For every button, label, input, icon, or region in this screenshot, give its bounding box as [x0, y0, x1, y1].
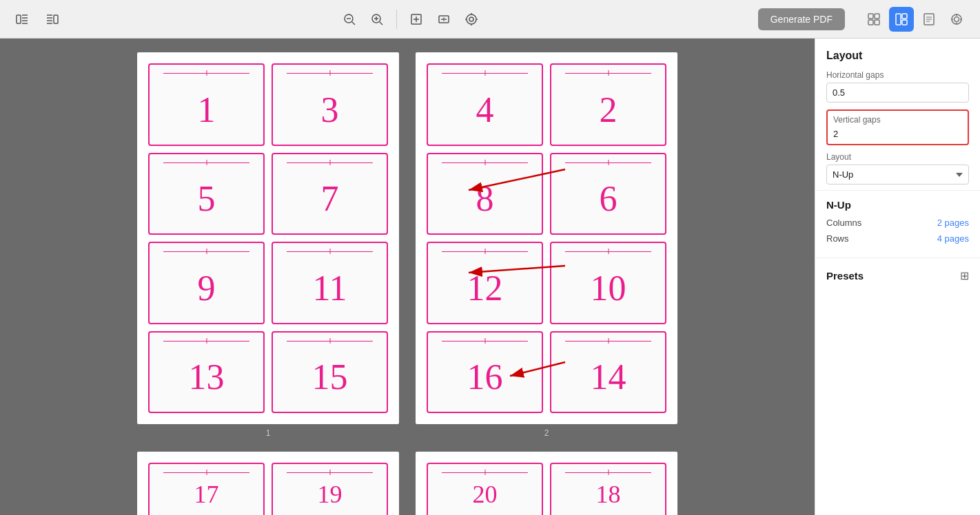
- page-cell-8: 8: [427, 153, 543, 235]
- columns-label: Columns: [826, 218, 861, 228]
- presets-title: Presets: [826, 270, 864, 282]
- sidebar-left-button[interactable]: [11, 8, 33, 30]
- page-cell-19: 19: [272, 463, 388, 515]
- layout-type-label: Layout: [826, 152, 969, 162]
- vertical-gaps-field-highlighted: Vertical gaps: [826, 109, 969, 145]
- cell-number: 12: [467, 271, 503, 306]
- zoom-in-icon: [370, 12, 384, 26]
- actual-size-button[interactable]: [460, 8, 482, 30]
- cell-number: 1: [198, 92, 216, 128]
- svg-rect-31: [868, 20, 873, 25]
- page-cell-15: 15: [272, 331, 388, 414]
- columns-value[interactable]: 2 pages: [937, 218, 969, 228]
- cell-tick: [608, 470, 609, 475]
- page-cell-10: 10: [550, 242, 666, 324]
- pages-row-partial: 17 19 20: [137, 452, 677, 515]
- page-cell-12: 12: [427, 242, 543, 324]
- cell-tick: [206, 338, 207, 344]
- cell-tick: [206, 160, 207, 165]
- presets-grid-icon[interactable]: ⊞: [960, 269, 969, 282]
- horizontal-gaps-input[interactable]: [826, 83, 969, 103]
- cell-tick: [608, 249, 609, 254]
- generate-pdf-button[interactable]: Generate PDF: [758, 8, 845, 30]
- target-icon: [950, 13, 963, 25]
- cell-number: 6: [600, 181, 617, 217]
- page-cell-2: 2: [550, 63, 666, 146]
- svg-rect-32: [875, 20, 879, 25]
- cell-number: 16: [467, 359, 503, 395]
- layout-section: Layout Horizontal gaps Vertical gaps Lay…: [815, 39, 980, 191]
- page-cell-3: 3: [272, 63, 388, 146]
- pages-row-1: 1 3 5 7: [137, 52, 677, 438]
- sidebar-right-icon: [45, 12, 59, 26]
- cell-tick: [608, 160, 609, 165]
- cell-number: 13: [189, 359, 225, 395]
- nup-title: N-Up: [826, 199, 969, 211]
- page-cell-4: 4: [427, 63, 543, 146]
- zoom-in-button[interactable]: [366, 8, 388, 30]
- cell-number: 10: [591, 271, 626, 306]
- zoom-out-icon: [343, 12, 356, 26]
- svg-line-16: [380, 22, 382, 25]
- page-cell-1: 1: [148, 63, 265, 146]
- panel-tab-single[interactable]: [917, 7, 941, 32]
- presets-header: Presets ⊞: [826, 269, 969, 282]
- page-cell-18: 18: [550, 463, 666, 515]
- page-wrapper-partial-1: 17 19: [137, 452, 399, 515]
- panel-tabs: [861, 7, 969, 32]
- cell-tick: [484, 160, 485, 165]
- rows-label: Rows: [826, 233, 849, 244]
- cell-tick: [484, 249, 485, 254]
- zoom-out-button[interactable]: [338, 8, 360, 30]
- panel-tab-layout[interactable]: [889, 7, 914, 32]
- page-cell-9: 9: [148, 242, 265, 324]
- cell-tick: [329, 160, 330, 165]
- panel-tab-grid[interactable]: [861, 7, 886, 32]
- layout-icon: [895, 13, 908, 25]
- cell-tick: [329, 70, 330, 76]
- svg-point-40: [952, 14, 961, 24]
- cell-tick: [484, 70, 485, 76]
- fit-page-button[interactable]: [405, 8, 427, 30]
- cell-number: 8: [476, 181, 494, 217]
- page-wrapper-1: 1 3 5 7: [137, 52, 399, 438]
- cell-tick: [329, 470, 330, 475]
- rows-value[interactable]: 4 pages: [937, 233, 969, 244]
- page-cell-13: 13: [148, 331, 265, 414]
- cell-number: 2: [600, 92, 617, 128]
- page-cell-11: 11: [272, 242, 388, 324]
- cell-number: 18: [596, 482, 621, 507]
- fit-width-button[interactable]: [433, 8, 455, 30]
- svg-rect-34: [902, 14, 907, 19]
- nup-section: N-Up Columns 2 pages Rows 4 pages: [815, 191, 980, 258]
- cell-number: 20: [473, 482, 498, 507]
- cell-tick: [206, 249, 207, 254]
- cell-number: 3: [321, 92, 339, 128]
- sidebar-right-button[interactable]: [41, 8, 63, 30]
- cell-number: 15: [312, 359, 348, 395]
- layout-type-select[interactable]: N-Up Booklet Poster: [826, 165, 969, 185]
- cell-number: 19: [318, 482, 343, 507]
- fit-page-icon: [409, 12, 423, 26]
- cell-tick: [206, 470, 207, 475]
- right-panel: Layout Horizontal gaps Vertical gaps Lay…: [815, 39, 980, 515]
- page-sheet-1: 1 3 5 7: [137, 52, 399, 424]
- page-cell-14: 14: [550, 331, 666, 414]
- svg-rect-29: [868, 14, 873, 19]
- page-cell-17: 17: [148, 463, 265, 515]
- svg-rect-30: [875, 14, 879, 19]
- page-cell-6: 6: [550, 153, 666, 235]
- canvas-area[interactable]: 1 3 5 7: [0, 39, 815, 515]
- vertical-gaps-input[interactable]: [833, 129, 962, 139]
- svg-rect-0: [17, 15, 21, 23]
- rows-row: Rows 4 pages: [826, 233, 969, 244]
- svg-rect-35: [902, 20, 907, 25]
- cell-tick: [608, 70, 609, 76]
- cell-tick: [329, 338, 330, 344]
- panel-tab-target[interactable]: [944, 7, 969, 32]
- fit-width-icon: [437, 12, 451, 26]
- svg-line-12: [352, 22, 355, 25]
- toolbar-center: [72, 8, 750, 30]
- cell-number: 17: [194, 482, 219, 507]
- grid-view-icon: [868, 13, 880, 25]
